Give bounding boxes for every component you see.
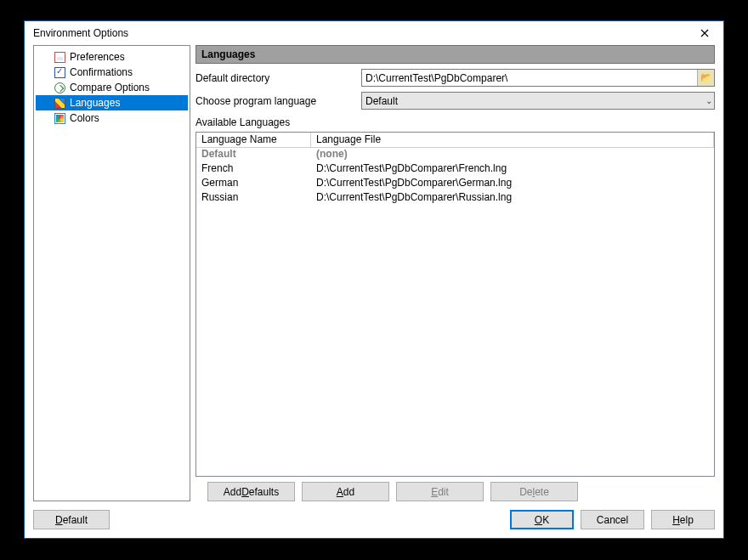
settings-panel: Languages Default directory 📂 Choose pro…: [196, 45, 715, 501]
nav-item-colors[interactable]: Colors: [36, 110, 188, 126]
nav-item-languages[interactable]: Languages: [36, 95, 188, 110]
cell-file: D:\CurrentTest\PgDbComparer\German.lng: [311, 177, 714, 191]
default-directory-row: Default directory 📂: [196, 69, 715, 87]
confirmations-icon: [53, 65, 66, 79]
folder-open-icon: 📂: [700, 72, 712, 83]
add-button[interactable]: Add: [302, 482, 389, 501]
chevron-down-icon: ⌄: [706, 96, 712, 105]
cell-name: German: [196, 177, 311, 191]
dialog-window: Environment Options Preferences Confirma…: [24, 20, 724, 539]
grid-button-row: Add Defaults Add Edit Delete: [196, 482, 715, 501]
nav-item-confirmations[interactable]: Confirmations: [36, 65, 188, 80]
main-area: Preferences Confirmations Compare Option…: [33, 45, 715, 501]
panel-header: Languages: [196, 45, 715, 64]
choose-language-value: Default: [366, 95, 398, 107]
browse-directory-button[interactable]: 📂: [697, 70, 714, 86]
delete-button: Delete: [490, 482, 578, 501]
compare-icon: [53, 81, 66, 94]
preferences-icon: [53, 50, 66, 64]
table-row[interactable]: French D:\CurrentTest\PgDbComparer\Frenc…: [196, 162, 714, 177]
choose-language-dropdown[interactable]: Default ⌄: [361, 92, 715, 110]
grid-header: Language Name Language File: [196, 133, 714, 148]
default-directory-input-wrap: 📂: [361, 69, 715, 87]
cell-file: D:\CurrentTest\PgDbComparer\French.lng: [311, 162, 714, 177]
nav-item-preferences[interactable]: Preferences: [36, 49, 188, 65]
ok-button[interactable]: OK: [510, 510, 574, 529]
choose-language-row: Choose program language Default ⌄: [196, 92, 715, 110]
content-area: Preferences Confirmations Compare Option…: [25, 45, 723, 538]
cell-file: (none): [311, 148, 714, 162]
column-header-file[interactable]: Language File: [311, 133, 714, 147]
close-button[interactable]: [693, 25, 717, 42]
column-header-name[interactable]: Language Name: [196, 133, 311, 147]
cell-file: D:\CurrentTest\PgDbComparer\Russian.lng: [311, 191, 714, 206]
nav-tree: Preferences Confirmations Compare Option…: [33, 45, 190, 501]
dialog-buttons-right: OK Cancel Help: [510, 510, 715, 529]
help-button[interactable]: Help: [651, 510, 715, 529]
cell-name: Default: [196, 148, 311, 162]
table-row[interactable]: German D:\CurrentTest\PgDbComparer\Germa…: [196, 177, 714, 191]
table-row[interactable]: Default (none): [196, 148, 714, 162]
add-defaults-button[interactable]: Add Defaults: [207, 482, 295, 501]
default-directory-label: Default directory: [196, 72, 361, 84]
languages-grid: Language Name Language File Default (non…: [196, 132, 715, 477]
cancel-button[interactable]: Cancel: [581, 510, 644, 529]
choose-language-label: Choose program language: [196, 95, 361, 107]
nav-item-label: Compare Options: [53, 82, 150, 93]
edit-button: Edit: [396, 482, 484, 501]
default-directory-input[interactable]: [362, 72, 697, 84]
cell-name: Russian: [196, 191, 311, 206]
nav-item-compare-options[interactable]: Compare Options: [36, 80, 188, 95]
table-row[interactable]: Russian D:\CurrentTest\PgDbComparer\Russ…: [196, 191, 714, 206]
titlebar: Environment Options: [25, 21, 723, 45]
available-languages-label: Available Languages: [196, 116, 715, 128]
languages-icon: [53, 96, 66, 110]
window-title: Environment Options: [33, 27, 128, 39]
cell-name: French: [196, 162, 311, 177]
close-icon: [700, 29, 709, 37]
default-button[interactable]: Default: [33, 510, 110, 529]
colors-icon: [53, 111, 66, 125]
dialog-button-bar: Default OK Cancel Help: [33, 510, 715, 529]
